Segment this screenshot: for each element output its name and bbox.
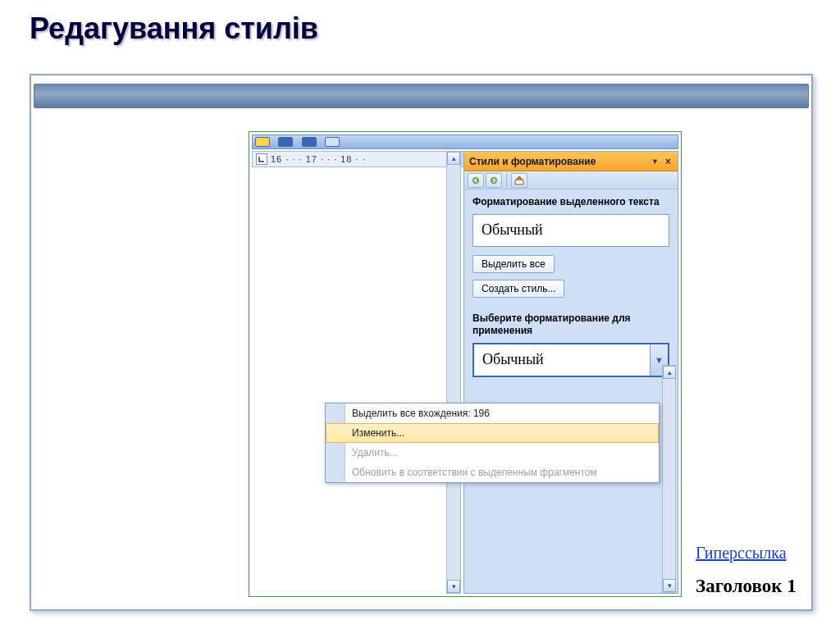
scroll-down-icon[interactable]: ▾ (663, 579, 676, 592)
style-item-heading1[interactable]: Заголовок 1 ¶ (694, 569, 840, 604)
tab-selector-icon[interactable] (256, 153, 267, 165)
styles-task-pane: Стили и форматирование ▼ × Форматировани… (463, 151, 678, 594)
task-pane-body: Форматирование выделенного текста Обычны… (464, 189, 678, 384)
task-pane-title: Стили и форматирование (469, 156, 596, 167)
svg-point-1 (491, 176, 497, 183)
style-apply-selector[interactable]: Обычный ▼ (472, 343, 669, 377)
toolbar-icon[interactable] (325, 137, 340, 147)
style-context-menu: Выделить все вхождения: 196 Изменить... … (325, 403, 660, 483)
menu-update-from-selection: Обновить в соответствии с выделенным фра… (326, 463, 659, 482)
svg-point-0 (472, 176, 479, 183)
style-item-label: Гиперссылка (696, 544, 787, 563)
style-apply-label: Обычный (474, 351, 650, 368)
decorative-ribbon (34, 84, 809, 108)
task-pane-title-bar: Стили и форматирование ▼ × (464, 152, 678, 171)
toolbar-icon[interactable] (278, 137, 293, 147)
slide-title: Редагування стилів (30, 11, 318, 46)
document-scrollbar[interactable]: ▴ ▾ (446, 151, 461, 594)
task-pane-nav (464, 171, 678, 189)
section-current-formatting: Форматирование выделенного текста (472, 196, 669, 209)
ruler-marks: 16 · · · 17 · · · 18 · · (271, 154, 366, 164)
menu-label: Изменить... (352, 427, 404, 439)
scroll-track[interactable] (447, 166, 460, 579)
style-list-continuation: Гиперссылка a Заголовок 1 ¶ (694, 537, 840, 604)
menu-select-all-instances[interactable]: Выделить все вхождения: 196 (326, 403, 659, 423)
content-frame: 16 · · · 17 · · · 18 · · ▴ ▾ Стили и фор… (30, 74, 813, 611)
pane-scrollbar[interactable]: ▴ ▾ (662, 365, 676, 593)
ruler: 16 · · · 17 · · · 18 · · (252, 151, 454, 167)
toolbar-icon[interactable] (302, 137, 317, 147)
select-all-button[interactable]: Выделить все (472, 255, 555, 273)
menu-label: Выделить все вхождения: 196 (352, 408, 490, 419)
nav-forward-icon[interactable] (486, 173, 502, 188)
pane-menu-dropdown-icon[interactable]: ▼ (651, 157, 659, 166)
scroll-up-icon[interactable]: ▴ (447, 152, 460, 165)
menu-label: Обновить в соответствии с выделенным фра… (352, 467, 597, 478)
scroll-up-icon[interactable]: ▴ (663, 366, 676, 379)
current-style-name: Обычный (482, 221, 543, 239)
style-item-label: Заголовок 1 (696, 576, 797, 597)
menu-modify-style[interactable]: Изменить... (326, 423, 659, 443)
new-style-button[interactable]: Создать стиль... (472, 280, 564, 298)
menu-delete-style: Удалить... (326, 443, 659, 463)
section-apply-formatting: Выберите форматирование для применения (472, 312, 669, 338)
nav-home-icon[interactable] (511, 173, 527, 188)
style-item-hyperlink[interactable]: Гиперссылка a (694, 537, 840, 569)
scroll-down-icon[interactable]: ▾ (447, 580, 460, 593)
toolbar-fragment (252, 134, 678, 149)
close-icon[interactable]: × (664, 156, 673, 167)
current-style-display[interactable]: Обычный (472, 214, 669, 247)
toolbar-icon[interactable] (255, 137, 270, 147)
menu-label: Удалить... (352, 447, 398, 458)
nav-back-icon[interactable] (468, 173, 484, 188)
nav-separator (506, 174, 507, 187)
screenshot-region: 16 · · · 17 · · · 18 · · ▴ ▾ Стили и фор… (249, 131, 682, 597)
